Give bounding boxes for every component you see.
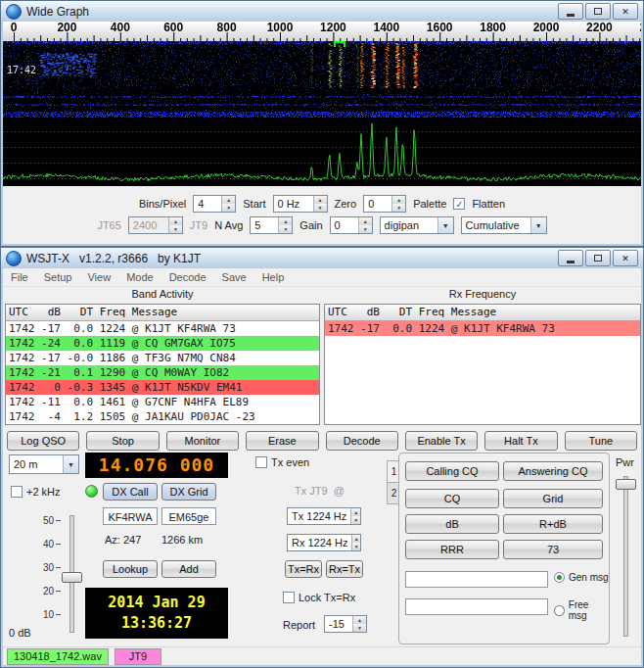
tx-freq-spinner[interactable]: Tx 1224 Hz ▲▼ (287, 507, 361, 525)
spin-down-icon: ▼ (352, 543, 360, 550)
zero-spinner[interactable]: 0 ▲▼ (363, 195, 406, 213)
stop-button[interactable]: Stop (86, 431, 159, 451)
gain-scale-40: 40 (38, 539, 54, 549)
decode-row[interactable]: 1742 -11 0.0 1461 @ G7CNF N4HFA EL89 (6, 395, 319, 409)
spin-down-icon: ▼ (359, 225, 372, 233)
menu-help[interactable]: Help (254, 269, 293, 285)
band-select[interactable]: 20 m ▼ (9, 454, 79, 474)
menu-save[interactable]: Save (214, 269, 254, 285)
spectrum-mode-select[interactable]: Cumulative ▼ (461, 216, 547, 234)
lock-tx-rx-checkbox[interactable] (283, 592, 295, 603)
menu-view[interactable]: View (79, 269, 118, 285)
decode-row[interactable]: 1742 -21 0.1 1290 @ CQ M0WAY IO82 (6, 365, 319, 380)
erase-button[interactable]: Erase (246, 431, 318, 451)
wide-graph-title: Wide Graph (26, 5, 553, 19)
menu-setup[interactable]: Setup (36, 269, 80, 285)
rx-frequency-panel: UTC dB DT Freq Message 1742 -17 0.0 1224… (324, 304, 641, 425)
decode-button[interactable]: Decode (326, 431, 398, 451)
zero-label: Zero (335, 198, 357, 210)
enable-tx-button[interactable]: Enable Tx (405, 431, 478, 451)
gen-msg-radio-wrap: Gen msg (554, 572, 609, 583)
dx-call-field[interactable]: KF4RWA (103, 507, 158, 525)
dx-call-button[interactable]: DX Call (103, 483, 158, 501)
spin-up-icon: ▲ (352, 535, 360, 543)
grid-message-button[interactable]: Grid (503, 489, 603, 508)
halt-tx-button[interactable]: Halt Tx (484, 431, 557, 451)
n-avg-spinner[interactable]: 5 ▲▼ (250, 216, 293, 234)
monitor-button[interactable]: Monitor (166, 431, 239, 451)
spin-down-icon: ▼ (314, 204, 327, 212)
menu-mode[interactable]: Mode (118, 269, 161, 285)
waterfall-display[interactable] (3, 41, 641, 118)
tx-equals-rx-button[interactable]: Tx=Rx (285, 560, 322, 578)
gen-msg-radio[interactable] (554, 572, 565, 583)
rx-gain-slider[interactable] (62, 515, 81, 633)
dx-grid-button[interactable]: DX Grid (161, 483, 216, 501)
maximize-icon[interactable] (585, 3, 611, 20)
log-qso-button[interactable]: Log QSO (7, 431, 79, 451)
decode-row[interactable]: 1742 -24 0.0 1119 @ CQ GM7GAX IO75 (6, 336, 319, 351)
decode-row[interactable]: 1742 -4 1.2 1505 @ JA1KAU PD0JAC -23 (6, 409, 319, 424)
rx-equals-tx-button[interactable]: Rx=Tx (326, 560, 363, 578)
band-activity-title: Band Activity (5, 288, 320, 302)
app-icon (6, 251, 22, 266)
main-client: File Setup View Mode Decode Save Help Ba… (3, 268, 641, 665)
dx-grid-field[interactable]: EM65ge (161, 507, 216, 525)
lookup-button[interactable]: Lookup (103, 560, 158, 578)
report-label: Report (283, 619, 315, 631)
rx-gain-slider-handle[interactable] (62, 572, 82, 583)
start-freq-spinner[interactable]: 0 Hz ▲▼ (273, 195, 328, 213)
wide-graph-titlebar[interactable]: Wide Graph ✕ (1, 1, 643, 22)
plus-2khz-checkbox[interactable] (11, 486, 23, 498)
main-titlebar[interactable]: WSJT-X v1.2.2, r3666 by K1JT ✕ (1, 248, 643, 268)
gain-spinner[interactable]: 0 ▲▼ (330, 216, 373, 234)
maximize-icon[interactable] (585, 250, 611, 266)
pwr-slider[interactable] (616, 476, 635, 637)
main-button-row: Log QSO Stop Monitor Erase Decode Enable… (7, 431, 637, 451)
gen-msg-field[interactable] (405, 571, 548, 588)
minimize-icon[interactable] (558, 3, 583, 20)
rx-status-lamp (85, 485, 98, 498)
rx-frequency-header: UTC dB DT Freq Message (325, 305, 640, 321)
menu-decode[interactable]: Decode (161, 269, 214, 285)
palette-label: Palette (413, 198, 446, 210)
cq-message-button[interactable]: CQ (405, 489, 499, 508)
spin-down-icon: ▼ (351, 516, 360, 524)
free-msg-radio[interactable] (554, 605, 565, 616)
decode-row[interactable]: 1742 0 -0.3 1345 @ K1JT N5KDV EM41 (6, 380, 319, 395)
close-icon[interactable]: ✕ (613, 250, 638, 266)
rx-freq-spinner[interactable]: Rx 1224 Hz ▲▼ (287, 534, 361, 551)
status-bar: 130418_1742.wav JT9 (3, 646, 641, 665)
spin-up-icon: ▲ (222, 196, 235, 204)
gain-label: Gain (299, 219, 322, 231)
tx-even-checkbox[interactable] (255, 456, 267, 468)
free-msg-field[interactable] (405, 598, 548, 615)
r-db-message-button[interactable]: R+dB (503, 514, 603, 534)
calling-cq-header-button[interactable]: Calling CQ (405, 461, 499, 481)
flatten-checkbox[interactable]: ✓ (453, 198, 465, 210)
spin-down-icon: ▼ (169, 225, 182, 233)
menu-file[interactable]: File (3, 269, 36, 285)
chevron-down-icon: ▼ (530, 217, 546, 233)
report-spinner[interactable]: -15 ▲▼ (324, 615, 367, 633)
db-message-button[interactable]: dB (405, 514, 499, 534)
rrr-message-button[interactable]: RRR (405, 540, 499, 559)
chevron-down-icon: ▼ (63, 455, 78, 473)
bins-per-pixel-spinner[interactable]: 4 ▲▼ (193, 195, 236, 213)
add-button[interactable]: Add (161, 560, 216, 578)
answering-cq-header-button[interactable]: Answering CQ (503, 461, 603, 481)
decode-row[interactable]: 1742 -17 -0.0 1186 @ TF3G N7MQ CN84 (6, 351, 319, 365)
close-icon[interactable]: ✕ (613, 3, 638, 20)
wide-graph-controls: Bins/Pixel 4 ▲▼ Start 0 Hz ▲▼ Zero 0 ▲▼ … (3, 186, 641, 234)
73-message-button[interactable]: 73 (503, 540, 603, 559)
pwr-slider-handle[interactable] (616, 479, 636, 490)
tune-button[interactable]: Tune (565, 431, 637, 451)
decode-row[interactable]: 1742 -17 0.0 1224 @ K1JT KF4RWA 73 (6, 321, 319, 336)
wav-file-badge: 130418_1742.wav (7, 648, 109, 665)
spin-down-icon: ▼ (279, 225, 292, 233)
minimize-icon[interactable] (558, 250, 583, 266)
decode-row[interactable]: 1742 -17 0.0 1224 @ K1JT KF4RWA 73 (325, 321, 640, 336)
palette-select[interactable]: digipan ▼ (380, 216, 454, 234)
spectrum-display[interactable] (3, 118, 641, 186)
spin-up-icon: ▲ (351, 508, 360, 516)
